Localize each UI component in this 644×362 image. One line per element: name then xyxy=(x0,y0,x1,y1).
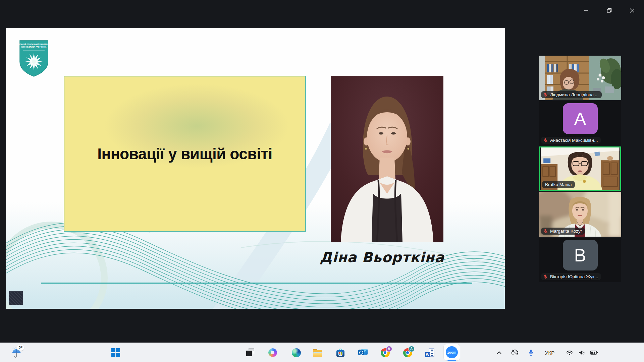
file-explorer-button[interactable] xyxy=(310,343,325,362)
chrome-icon: A xyxy=(403,348,412,357)
presenter-photo xyxy=(331,76,443,242)
svg-text:ІМЕНІ БОРИСА ГРІНЧЕНКА: ІМЕНІ БОРИСА ГРІНЧЕНКА xyxy=(21,46,46,48)
muted-mic-icon xyxy=(543,92,548,97)
task-view-icon xyxy=(246,348,254,357)
speaker-icon xyxy=(578,349,586,357)
participant-tile[interactable]: А Анастасія Максимівн... xyxy=(539,101,621,146)
cloud-off-icon xyxy=(511,349,519,357)
participant-avatar: А xyxy=(563,103,598,134)
slide-underline-rule xyxy=(41,283,472,284)
temperature-badge: 2° xyxy=(17,345,24,351)
chrome-profile2-button[interactable]: A xyxy=(400,343,415,362)
participant-name-label: Людмила Леонідівна ... xyxy=(541,91,602,98)
shared-screen-slide: КИЇВСЬКИЙ СТОЛИЧНИЙ УНІВЕРСИТЕТ ІМЕНІ БО… xyxy=(6,28,505,309)
university-logo: КИЇВСЬКИЙ СТОЛИЧНИЙ УНІВЕРСИТЕТ ІМЕНІ БО… xyxy=(18,40,49,78)
microphone-icon xyxy=(527,349,535,356)
copilot-button[interactable] xyxy=(265,343,280,362)
microsoft-store-button[interactable] xyxy=(333,343,348,362)
copilot-icon xyxy=(268,348,277,357)
folder-icon xyxy=(313,349,322,357)
participant-tile[interactable]: В Вікторія Юріївна Жук... xyxy=(539,238,621,282)
close-button[interactable] xyxy=(624,4,640,17)
minimize-icon xyxy=(584,8,589,13)
microphone-in-use-button[interactable] xyxy=(524,343,538,362)
wifi-status-button[interactable] xyxy=(563,343,576,362)
zoom-active-indicator xyxy=(447,360,456,361)
participant-tile-active-speaker[interactable]: Bratko Mariia xyxy=(539,146,621,191)
participant-name-label: Анастасія Максимівн... xyxy=(541,137,601,144)
chevron-up-icon xyxy=(495,349,503,356)
wifi-icon xyxy=(566,349,574,357)
restore-button[interactable] xyxy=(601,4,617,17)
presenter-name: Діна Вьорткіна xyxy=(315,249,449,265)
muted-mic-icon xyxy=(543,138,548,143)
weather-widget[interactable]: 2° xyxy=(5,343,29,362)
edge-browser-button[interactable] xyxy=(289,343,304,362)
chrome-profile-badge: A xyxy=(386,346,392,352)
muted-mic-icon xyxy=(543,274,548,279)
slide-corner-square xyxy=(9,291,23,305)
windows-logo-icon xyxy=(111,348,120,357)
restore-icon xyxy=(607,8,612,13)
outlook-icon xyxy=(358,348,368,357)
zoom-icon: zoom xyxy=(446,346,458,358)
outlook-button[interactable] xyxy=(356,343,370,362)
participant-name-label: Вікторія Юріївна Жук... xyxy=(541,273,601,280)
participant-tile[interactable]: Margarita Kozyr xyxy=(539,192,621,237)
university-shield-icon: КИЇВСЬКИЙ СТОЛИЧНИЙ УНІВЕРСИТЕТ ІМЕНІ БО… xyxy=(18,40,49,78)
language-indicator[interactable]: УКР xyxy=(541,343,558,362)
slide-title: Інновації у вищій освіті xyxy=(93,145,277,163)
word-button[interactable]: W xyxy=(422,343,437,362)
word-icon: W xyxy=(425,348,434,357)
participant-name-label: Bratko Mariia xyxy=(542,181,575,188)
participant-name-label: Margarita Kozyr xyxy=(541,228,585,235)
tray-chevron-button[interactable] xyxy=(492,343,506,362)
muted-mic-icon xyxy=(543,229,548,234)
close-icon xyxy=(630,8,635,13)
participant-avatar: В xyxy=(563,240,598,270)
zoom-app-button[interactable]: zoom xyxy=(444,344,460,360)
svg-text:КИЇВСЬКИЙ СТОЛИЧНИЙ УНІВЕРСИТЕ: КИЇВСЬКИЙ СТОЛИЧНИЙ УНІВЕРСИТЕТ xyxy=(18,43,49,45)
minimize-button[interactable] xyxy=(579,4,594,17)
battery-button[interactable] xyxy=(587,343,601,362)
participant-tile[interactable]: Людмила Леонідівна ... xyxy=(539,56,621,100)
microsoft-store-icon xyxy=(336,348,345,357)
chrome-profile1-button[interactable]: A xyxy=(378,343,392,362)
slide-title-box: Інновації у вищій освіті xyxy=(64,76,306,232)
onedrive-status-button[interactable] xyxy=(508,343,522,362)
windows-taskbar: 2° xyxy=(0,343,644,362)
chrome-profile-badge: A xyxy=(409,346,414,352)
task-view-button[interactable] xyxy=(243,343,257,362)
volume-button[interactable] xyxy=(575,343,588,362)
start-button[interactable] xyxy=(108,343,123,362)
presenter-portrait-image xyxy=(331,76,443,242)
battery-icon xyxy=(590,349,598,357)
edge-icon xyxy=(292,348,301,357)
chrome-icon: A xyxy=(381,348,390,357)
